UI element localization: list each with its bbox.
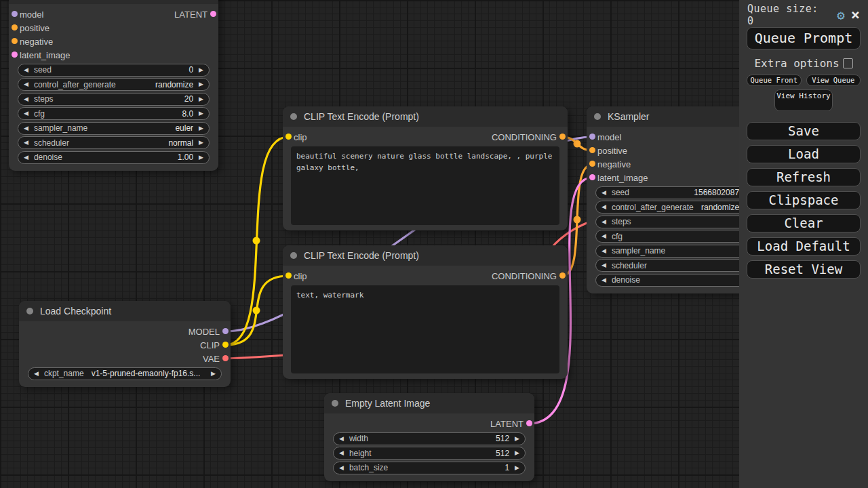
node-titlebar[interactable]: Load Checkpoint [19, 301, 231, 321]
node-titlebar[interactable]: CLIP Text Encode (Prompt) [283, 245, 568, 266]
collapse-dot-icon[interactable] [332, 400, 338, 407]
input-port-negative[interactable] [589, 161, 595, 167]
refresh-button[interactable]: Refresh [747, 168, 861, 186]
link-midpoint-dot[interactable] [574, 216, 581, 224]
decrement-arrow-icon[interactable] [601, 248, 606, 254]
increment-arrow-icon[interactable] [199, 125, 203, 131]
widget-cfg[interactable]: cfg 8.0 [18, 107, 210, 120]
input-port-latent-image[interactable] [12, 52, 18, 58]
link-midpoint-dot[interactable] [574, 140, 581, 148]
collapse-dot-icon[interactable] [290, 113, 297, 120]
node-titlebar[interactable]: KSampler [587, 106, 764, 127]
node-load-checkpoint[interactable]: Load Checkpoint MODEL CLIP VAE ckpt_name… [19, 301, 231, 387]
widget-seed[interactable]: seed 1566802087 [595, 186, 755, 199]
input-port-model[interactable] [589, 134, 595, 140]
node-titlebar[interactable]: CLIP Text Encode (Prompt) [283, 106, 568, 127]
decrement-arrow-icon[interactable] [339, 465, 344, 471]
decrement-arrow-icon[interactable] [339, 450, 344, 456]
widget-steps[interactable]: steps [595, 216, 755, 228]
collapse-dot-icon[interactable] [26, 308, 33, 314]
view-queue-button[interactable]: View Queue [806, 75, 861, 86]
input-port-positive[interactable] [12, 24, 18, 30]
close-icon[interactable]: × [851, 9, 860, 21]
node-ksampler-left[interactable]: KSampler model LATENT positive negative … [9, 0, 218, 171]
widget-height[interactable]: height 512 [333, 447, 526, 460]
decrement-arrow-icon[interactable] [601, 204, 606, 210]
widget-control-after-generate[interactable]: control_after_generate randomize [595, 201, 755, 214]
decrement-arrow-icon[interactable] [24, 110, 28, 117]
input-port-latent-image[interactable] [589, 174, 595, 180]
output-port-vae[interactable] [222, 355, 229, 361]
widget-control-after-generate[interactable]: control_after_generate randomize [18, 78, 210, 91]
link-midpoint-dot[interactable] [253, 237, 260, 245]
queue-front-button[interactable]: Queue Front [747, 75, 802, 86]
decrement-arrow-icon[interactable] [24, 67, 28, 73]
increment-arrow-icon[interactable] [199, 67, 203, 73]
output-port-conditioning[interactable] [559, 272, 566, 279]
output-port-latent[interactable] [210, 11, 216, 17]
increment-arrow-icon[interactable] [199, 155, 203, 161]
link-midpoint-dot[interactable] [253, 307, 260, 314]
widget-sampler-name[interactable]: sampler_name [595, 245, 755, 258]
widget-steps[interactable]: steps 20 [18, 93, 210, 106]
input-port-model[interactable] [12, 11, 18, 17]
input-port-positive[interactable] [589, 147, 595, 153]
increment-arrow-icon[interactable] [199, 96, 203, 102]
output-port-conditioning[interactable] [559, 134, 566, 140]
node-ksampler-right[interactable]: KSampler model positive negative latent_… [587, 106, 764, 293]
decrement-arrow-icon[interactable] [601, 277, 606, 283]
collapse-dot-icon[interactable] [290, 252, 297, 259]
output-port-clip[interactable] [222, 342, 229, 348]
increment-arrow-icon[interactable] [515, 465, 519, 471]
increment-arrow-icon[interactable] [211, 371, 216, 377]
widget-ckpt-name[interactable]: ckpt_name v1-5-pruned-emaonly-fp16.s... [28, 367, 222, 380]
increment-arrow-icon[interactable] [515, 450, 519, 456]
widget-scheduler[interactable]: scheduler normal [18, 136, 210, 149]
widget-cfg[interactable]: cfg [595, 230, 755, 243]
widget-batch-size[interactable]: batch_size 1 [333, 462, 526, 474]
node-empty-latent-image[interactable]: Empty Latent Image LATENT width 512 heig… [324, 393, 534, 481]
widget-width[interactable]: width 512 [333, 432, 526, 445]
prompt-textarea[interactable]: beautiful scenery nature glass bottle la… [291, 146, 559, 225]
decrement-arrow-icon[interactable] [24, 96, 28, 102]
queue-prompt-button[interactable]: Queue Prompt [747, 27, 861, 49]
reset-view-button[interactable]: Reset View [747, 260, 861, 279]
clear-button[interactable]: Clear [747, 214, 861, 232]
view-history-button[interactable]: View History [774, 89, 833, 111]
prompt-textarea[interactable]: text, watermark [291, 285, 559, 373]
widget-sampler-name[interactable]: sampler_name euler [18, 122, 210, 135]
output-port-latent[interactable] [526, 420, 532, 426]
input-port-negative[interactable] [12, 38, 18, 44]
decrement-arrow-icon[interactable] [24, 155, 28, 161]
decrement-arrow-icon[interactable] [601, 233, 606, 239]
widget-denoise[interactable]: denoise [595, 274, 755, 287]
widget-denoise[interactable]: denoise 1.00 [18, 151, 210, 164]
input-port-clip[interactable] [285, 272, 292, 279]
decrement-arrow-icon[interactable] [339, 436, 344, 442]
clipspace-button[interactable]: Clipspace [747, 191, 861, 209]
decrement-arrow-icon[interactable] [34, 371, 39, 377]
node-graph-canvas[interactable]: KSampler model LATENT positive negative … [0, 0, 868, 488]
increment-arrow-icon[interactable] [199, 110, 203, 117]
collapse-dot-icon[interactable] [594, 113, 601, 120]
load-button[interactable]: Load [747, 145, 861, 163]
node-titlebar[interactable]: Empty Latent Image [324, 393, 534, 413]
node-clip-text-encode-positive[interactable]: CLIP Text Encode (Prompt) clip CONDITION… [283, 106, 568, 230]
decrement-arrow-icon[interactable] [24, 140, 28, 146]
widget-scheduler[interactable]: scheduler [595, 259, 755, 272]
decrement-arrow-icon[interactable] [601, 219, 606, 225]
save-button[interactable]: Save [747, 122, 861, 140]
decrement-arrow-icon[interactable] [601, 262, 606, 268]
decrement-arrow-icon[interactable] [24, 125, 28, 131]
decrement-arrow-icon[interactable] [24, 81, 28, 87]
load-default-button[interactable]: Load Default [747, 237, 861, 256]
extra-options-checkbox[interactable] [843, 58, 853, 68]
widget-seed[interactable]: seed 0 [18, 64, 210, 77]
increment-arrow-icon[interactable] [199, 140, 203, 146]
input-port-clip[interactable] [285, 134, 292, 140]
settings-gear-icon[interactable]: ⚙ [837, 9, 844, 22]
node-clip-text-encode-negative[interactable]: CLIP Text Encode (Prompt) clip CONDITION… [283, 245, 568, 379]
increment-arrow-icon[interactable] [515, 436, 519, 442]
decrement-arrow-icon[interactable] [601, 190, 606, 196]
output-port-model[interactable] [222, 328, 229, 334]
